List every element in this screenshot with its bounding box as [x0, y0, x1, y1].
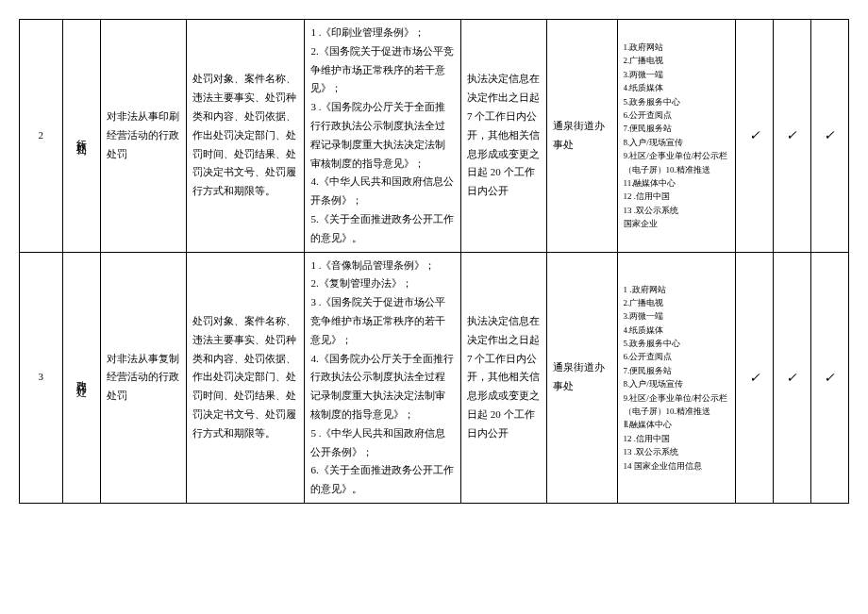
disclosure-content: 处罚对象、案件名称、违法主要事实、处罚种类和内容、处罚依据、作出处罚决定部门、处… — [186, 20, 305, 253]
check-col-1: ✓ — [736, 252, 774, 503]
disclosure-channels: 1.政府网站 2.广播电视 3.两微一端 4.纸质媒体 5.政务服务中心 6.公… — [617, 20, 736, 253]
check-col-1: ✓ — [736, 20, 774, 253]
time-limit: 执法决定信息在决定作出之日起 7 个工作日内公开，其他相关信息形成或变更之日起 … — [461, 20, 547, 253]
channel-list-1: 1 .政府网站 2.广播电视 3.两微一端 4.纸质媒体 5.政务服务中心 6.… — [624, 283, 730, 473]
legal-basis: 1 .《音像制品管理条例》； 2.《复制管理办法》； 3 .《国务院关于促进市场… — [305, 252, 461, 503]
channel-list-0: 1.政府网站 2.广播电视 3.两微一端 4.纸质媒体 5.政务服务中心 6.公… — [624, 41, 730, 230]
disclosure-table: 2 行政处罚 对非法从事印刷经营活动的行政处罚 处罚对象、案件名称、违法主要事实… — [19, 19, 849, 504]
disclosure-subject: 通泉街道办事处 — [547, 252, 617, 503]
check-col-3: ✓ — [810, 20, 848, 253]
disclosure-content: 处罚对象、案件名称、违法主要事实、处罚种类和内容、处罚依据、作出处罚决定部门、处… — [186, 252, 305, 503]
table-row: 3 政罚行处 对非法从事复制经营活动的行政处罚 处罚对象、案件名称、违法主要事实… — [20, 252, 849, 503]
category: 政罚行处 — [62, 252, 100, 503]
check-col-3: ✓ — [810, 252, 848, 503]
legal-basis: 1 .《印刷业管理条例》； 2.《国务院关于促进市场公平竞争维护市场正常秩序的若… — [305, 20, 461, 253]
disclosure-channels: 1 .政府网站 2.广播电视 3.两微一端 4.纸质媒体 5.政务服务中心 6.… — [617, 252, 736, 503]
row-number: 2 — [20, 20, 63, 253]
category: 行政处罚 — [62, 20, 100, 253]
item-name: 对非法从事复制经营活动的行政处罚 — [100, 252, 186, 503]
check-col-2: ✓ — [774, 20, 811, 253]
table-row: 2 行政处罚 对非法从事印刷经营活动的行政处罚 处罚对象、案件名称、违法主要事实… — [20, 20, 849, 253]
check-col-2: ✓ — [774, 252, 811, 503]
disclosure-subject: 通泉街道办事处 — [547, 20, 617, 253]
time-limit: 执法决定信息在决定作出之日起 7 个工作日内公开，其他相关信息形成或变更之日起 … — [461, 252, 547, 503]
item-name: 对非法从事印刷经营活动的行政处罚 — [100, 20, 186, 253]
row-number: 3 — [20, 252, 63, 503]
